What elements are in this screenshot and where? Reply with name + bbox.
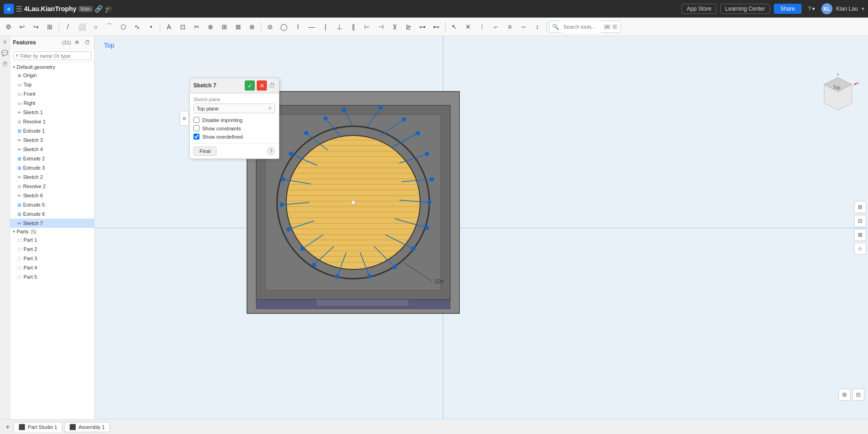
toolbar-circle-button[interactable]: ○ xyxy=(89,20,102,33)
sidebar-icon-chat[interactable]: 💬 xyxy=(1,49,9,57)
right-panel-icon-2[interactable]: ⊟ xyxy=(854,215,866,227)
toolbar-sym-button[interactable]: ⊻ xyxy=(388,20,401,33)
toolbar-select-button[interactable]: ↖ xyxy=(448,20,461,33)
toolbar-convert-button[interactable]: ↔ xyxy=(517,20,530,33)
toolbar-settings-button[interactable]: ⚙ xyxy=(2,20,15,33)
feature-revolve1[interactable]: ⊙ Revolve 1 xyxy=(10,117,94,126)
add-tab-button[interactable]: + xyxy=(4,423,12,431)
help-button[interactable]: ? ▾ xyxy=(805,4,818,13)
toolbar-fix-button[interactable]: ⊵ xyxy=(402,20,415,33)
help-question-button[interactable]: ? xyxy=(267,147,275,155)
toolbar-offset-button[interactable]: ⊕ xyxy=(204,20,217,33)
toolbar-transform-button[interactable]: ⊠ xyxy=(232,20,245,33)
right-panel-icon-1[interactable]: ⊞ xyxy=(854,201,866,213)
feature-part1[interactable]: ⬡ Part 1 xyxy=(10,235,94,245)
share-button[interactable]: Share xyxy=(774,4,802,14)
toolbar-delete-button[interactable]: ✕ xyxy=(462,20,475,33)
app-store-button[interactable]: App Store xyxy=(681,4,716,14)
toolbar-pierce-button[interactable]: ⊶ xyxy=(416,20,429,33)
feature-part3[interactable]: ⬡ Part 3 xyxy=(10,254,94,263)
extrude6-icon: ⊞ xyxy=(18,212,21,217)
toolbar-arc-button[interactable]: ⌒ xyxy=(103,20,116,33)
sketch-collapse-button[interactable]: ≡ xyxy=(180,111,189,126)
feature-part2[interactable]: ⬡ Part 2 xyxy=(10,245,94,254)
show-overdefined-option[interactable]: Show overdefined xyxy=(193,134,275,140)
feature-right[interactable]: ▭ Right xyxy=(10,98,94,108)
toolbar-mirror-button[interactable]: ⊡ xyxy=(176,20,189,33)
hamburger-menu[interactable]: ☰ xyxy=(16,5,22,13)
toolbar-dim2-button[interactable]: ⊣ xyxy=(374,20,387,33)
toolbar-constraint-button[interactable]: ⊘ xyxy=(264,20,277,33)
disable-imprinting-option[interactable]: Disable imprinting xyxy=(193,117,275,123)
assembly-tab[interactable]: ⬛ Assembly 1 xyxy=(64,422,110,432)
feature-sketch7[interactable]: ✏ Sketch 7 xyxy=(10,219,94,228)
toolbar-split-button[interactable]: ⋮ xyxy=(476,20,488,33)
feature-extrude3[interactable]: ⊞ Extrude 3 xyxy=(10,163,94,172)
toolbar-redo-button[interactable]: ↪ xyxy=(30,20,42,33)
disable-imprinting-checkbox[interactable] xyxy=(193,117,199,123)
search-tools-input[interactable] xyxy=(561,21,602,33)
feature-front[interactable]: ▭ Front xyxy=(10,89,94,98)
feature-extrude5[interactable]: ⊞ Extrude 5 xyxy=(10,200,94,209)
toolbar-pattern-button[interactable]: ⊞ xyxy=(218,20,231,33)
toolbar-polygon-button[interactable]: ⬡ xyxy=(117,20,130,33)
features-eye-icon[interactable]: 👁 xyxy=(73,38,81,47)
toolbar-wrap-button[interactable]: ↕ xyxy=(531,20,544,33)
toolbar-trim-button[interactable]: ✂ xyxy=(190,20,203,33)
sketch-clock-icon[interactable]: ⏱ xyxy=(269,82,275,89)
onshape-logo[interactable]: o xyxy=(4,4,14,14)
feature-extrude1[interactable]: ⊞ Extrude 1 xyxy=(10,126,94,135)
filter-input[interactable] xyxy=(20,53,80,59)
show-constraints-option[interactable]: Show constraints xyxy=(193,125,275,131)
show-constraints-checkbox[interactable] xyxy=(193,125,199,131)
feature-sketch3[interactable]: ✏ Sketch 3 xyxy=(10,135,94,145)
bottom-right-icon-2[interactable]: ⊟ xyxy=(852,389,864,401)
sidebar-icon-features[interactable]: ≡ xyxy=(1,38,9,46)
bottom-right-icon-1[interactable]: ⊞ xyxy=(838,389,850,401)
default-geometry-group[interactable]: ▾ Default geometry xyxy=(10,63,94,71)
toolbar-sep-line[interactable]: | xyxy=(319,20,332,33)
features-clock-icon[interactable]: ⏱ xyxy=(83,38,91,47)
toolbar-parallel-button[interactable]: ∥ xyxy=(347,20,360,33)
feature-part4[interactable]: ⬡ Part 4 xyxy=(10,263,94,272)
final-button[interactable]: Final xyxy=(193,147,217,156)
toolbar-point-button[interactable]: • xyxy=(145,20,157,33)
avatar[interactable]: KL xyxy=(821,3,832,14)
feature-sketch2[interactable]: ✏ Sketch 2 xyxy=(10,172,94,182)
feature-top[interactable]: ▭ Top xyxy=(10,80,94,89)
feature-revolve2[interactable]: ⊙ Revolve 2 xyxy=(10,182,94,191)
right-panel-icon-3[interactable]: ⊠ xyxy=(854,229,866,241)
toolbar-coincident-button[interactable]: ◯ xyxy=(277,20,290,33)
plane-clear-icon[interactable]: ✕ xyxy=(268,105,272,111)
toolbar-fillet-button[interactable]: ⌐ xyxy=(489,20,502,33)
toolbar-tangent-button[interactable]: ⌇ xyxy=(291,20,304,33)
toolbar-undo-button[interactable]: ↩ xyxy=(16,20,29,33)
feature-extrude2[interactable]: ⊞ Extrude 2 xyxy=(10,154,94,163)
toolbar-spline-button[interactable]: ∿ xyxy=(131,20,144,33)
toolbar-rectangle-button[interactable]: ⬜ xyxy=(75,20,88,33)
feature-part5[interactable]: ⬡ Part 5 xyxy=(10,272,94,281)
right-panel-icon-4[interactable]: ⊹ xyxy=(854,243,866,255)
toolbar-chamfer-button[interactable]: ≡ xyxy=(503,20,516,33)
toolbar-text-button[interactable]: A xyxy=(163,20,175,33)
sidebar-icon-clock[interactable]: ⏱ xyxy=(1,60,9,68)
feature-sketch1[interactable]: ✏ Sketch 1 xyxy=(10,108,94,117)
toolbar-perp-button[interactable]: ⊥ xyxy=(333,20,346,33)
toolbar-equal-button[interactable]: — xyxy=(305,20,318,33)
view-cube-svg[interactable]: Y X Top xyxy=(817,73,859,115)
feature-sketch6[interactable]: ✏ Sketch 6 xyxy=(10,191,94,200)
toolbar-line-button[interactable]: / xyxy=(61,20,74,33)
feature-extrude6[interactable]: ⊞ Extrude 6 xyxy=(10,209,94,219)
toolbar-reconstruct-button[interactable]: ⊞ xyxy=(43,20,56,33)
sketch-cancel-button[interactable]: ✕ xyxy=(257,80,267,91)
part-studio-tab[interactable]: ⬛ Part Studio 1 xyxy=(13,422,62,432)
feature-sketch4[interactable]: ✏ Sketch 4 xyxy=(10,145,94,154)
toolbar-dim-button[interactable]: ⊢ xyxy=(361,20,374,33)
learning-center-button[interactable]: Learning Center xyxy=(720,4,770,14)
toolbar-use-button[interactable]: ⊗ xyxy=(246,20,259,33)
show-overdefined-checkbox[interactable] xyxy=(193,134,199,140)
feature-origin[interactable]: ⊕ Origin xyxy=(10,71,94,80)
toolbar-midpoint-button[interactable]: ⊷ xyxy=(430,20,443,33)
parts-group[interactable]: ▾ Parts (5) xyxy=(10,228,94,235)
sketch-confirm-button[interactable]: ✓ xyxy=(245,80,255,91)
